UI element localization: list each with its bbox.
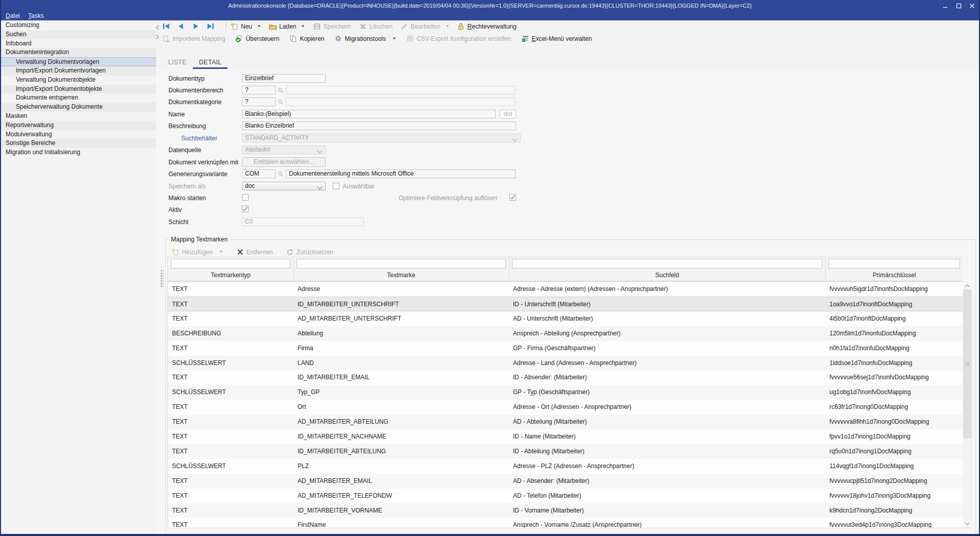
close-button[interactable] [969, 3, 975, 9]
migrationstools-button[interactable]: Migrationstools [334, 35, 396, 42]
sidebar-item[interactable]: Verwaltung Dokumentobjekte [1, 76, 156, 85]
filter-input-col2[interactable] [297, 259, 506, 269]
generierungsvariante-lookup-icon[interactable] [278, 171, 284, 179]
dropdown-caret-icon[interactable] [219, 251, 223, 253]
label: Rechteverwaltung [468, 23, 517, 30]
table-row[interactable]: BESCHREIBUNGAbteilungAnsprech - Abteilun… [168, 326, 963, 341]
zuruecksetzen-button[interactable]: Zurücksetzen [286, 248, 333, 256]
speichern_als-select[interactable]: doc [242, 182, 326, 190]
sidebar-item[interactable]: Dokumentenintegration [1, 48, 156, 57]
rechteverwaltung-button[interactable]: Rechteverwaltung [457, 22, 517, 30]
kopieren-button[interactable]: Kopieren [289, 35, 324, 42]
table-row[interactable]: SCHLÜSSELWERTLANDAdresse - Land (Adresse… [168, 356, 963, 371]
makro_starten-checkbox[interactable] [242, 194, 249, 201]
filter-input-col3[interactable] [512, 259, 822, 269]
hinzufuegen-button[interactable]: Hinzufügen [172, 248, 223, 256]
cell: rq5u0n1d7inong1DocMapping [825, 444, 963, 459]
sidebar-item[interactable]: Verwaltung Dokumentvorlagen [1, 57, 156, 66]
sidebar-item[interactable]: Modulverwaltung [1, 130, 156, 139]
table-row[interactable]: TEXTAD_MITARBEITER_ABTEILUNGAD - Abteilu… [168, 415, 963, 429]
nav-next-button[interactable] [192, 23, 200, 30]
sidebar-collapse-left-icon[interactable] [156, 25, 162, 32]
filter-input-col4[interactable] [828, 259, 960, 269]
bearbeiten-button[interactable]: Bearbeiten [401, 22, 449, 30]
sidebar-item[interactable]: Import/Export Dokumentvorlagen [1, 66, 156, 76]
dokumentenbereich-lookup-icon[interactable] [278, 87, 284, 95]
cell: TEXT [168, 474, 293, 489]
sidebar-item[interactable]: Migration und Initialisierung [1, 148, 156, 157]
sidebar-item[interactable]: Suchen [1, 30, 156, 39]
scroll-down-button[interactable] [963, 519, 972, 528]
sidebar-item[interactable]: Reportverwaltung [1, 121, 156, 130]
laden-button[interactable]: Laden [269, 22, 305, 30]
column-header-3[interactable]: Suchfeld [509, 270, 825, 281]
table-row[interactable]: TEXTAD_MITARBEITER_UNTERSCHRIFTAD - Unte… [168, 311, 963, 326]
dokumentkategorie-input[interactable]: ? [242, 98, 276, 106]
table-scrollbar[interactable] [963, 281, 972, 528]
entfernen-button[interactable]: Entfernen [236, 248, 273, 256]
menu-item-tasks[interactable]: Tasks [26, 11, 46, 20]
table-row[interactable]: TEXTAD_MITARBEITER_TELEFONDWAD - Telefon… [168, 489, 963, 503]
excel-menu-button[interactable]: Excel-Menü verwalten [522, 35, 592, 42]
table-row[interactable]: TEXTID_MITARBEITER_NACHNAMEID - Name (Mi… [168, 429, 963, 444]
table-row[interactable]: TEXTOrtAdresse - Ort (Adressen - Ansprec… [168, 400, 963, 415]
dropdown-caret-icon[interactable] [446, 25, 449, 28]
cell: rc63fr1d7inong0DocMapping [825, 400, 963, 415]
dokumentkategorie-lookup-icon[interactable] [278, 99, 284, 107]
column-header-4[interactable]: Primärschlüssel [825, 270, 963, 281]
table-row[interactable]: TEXTFirmaGP - Firma (Geschäftspartner)n0… [168, 341, 963, 356]
makro_starten-right-checkbox[interactable] [509, 194, 516, 201]
filter-input-col1[interactable] [171, 259, 290, 269]
nav-last-button[interactable] [207, 23, 214, 30]
maximize-button[interactable] [956, 3, 962, 9]
beschreibung-input[interactable]: Blanko Einzelbrief [242, 121, 516, 130]
scroll-thumb[interactable] [963, 289, 971, 438]
column-header-1[interactable]: Textmarkentyp [168, 270, 293, 281]
name-input[interactable]: Blanko (Beispiel) [242, 110, 496, 118]
dokumentenbereich-input[interactable]: ? [242, 86, 276, 94]
importiere-mapping-button[interactable]: Importiere Mapping [162, 35, 225, 42]
datenquelle-select[interactable]: #default# [242, 145, 326, 154]
uebersteuern-button[interactable]: Übersteuern [235, 35, 279, 42]
tab-liste[interactable]: LISTE [162, 56, 193, 69]
tab-detail[interactable]: DETAIL [193, 56, 228, 69]
table-row[interactable]: TEXTAdresseAdresse - Adresse (extern) (A… [168, 282, 963, 297]
table-row[interactable]: TEXTID_MITARBEITER_VORNAMEID - Vorname (… [168, 503, 963, 518]
dropdown-caret-icon[interactable] [257, 25, 261, 28]
sidebar-item[interactable]: Import/Export Dokumentobjekte [1, 85, 156, 94]
generierungsvariante-description-box: Dokumentenerstellung mittels Microsoft O… [286, 169, 516, 178]
sidebar-item[interactable]: Customizing [1, 21, 156, 30]
speichern_als-checkbox[interactable] [333, 183, 339, 189]
table-row[interactable]: SCHLÜSSELWERTTyp_GPGP - Typ (Geschäftspa… [168, 385, 963, 400]
neu-button[interactable]: Neu [231, 22, 261, 30]
table-row[interactable]: SCHLÜSSELWERTPLZAdresse - PLZ (Adressen … [168, 459, 963, 474]
table-row[interactable]: TEXTID_MITARBEITER_UNTERSCHRIFTID - Unte… [168, 297, 963, 311]
nav-prev-button[interactable] [177, 23, 185, 30]
table-row[interactable]: TEXTAD_MITARBEITER_EMAILAD - Absender: (… [168, 474, 963, 489]
table-row[interactable]: TEXTFirstNameAnsprech - Vorname /Zusatz … [168, 518, 963, 528]
aktiv-checkbox[interactable] [242, 206, 249, 212]
speichern-button[interactable]: Speichern [313, 22, 351, 30]
dropdown-caret-icon[interactable] [301, 25, 305, 28]
sidebar-item[interactable]: Sonstige Bereiche [1, 139, 156, 148]
loeschen-button[interactable]: Löschen [359, 22, 392, 30]
table-row[interactable]: TEXTID_MITARBEITER_ABTEILUNGID - Abteilu… [168, 444, 963, 459]
scroll-up-button[interactable] [963, 281, 972, 290]
minimize-button[interactable] [943, 3, 948, 9]
csv-export-button[interactable]: CSV-Export Konfiguration erstellen [406, 35, 511, 42]
suchbehaelter-select[interactable]: STANDARD_ACTIVITY [242, 134, 521, 142]
sidebar-item[interactable]: Masken [1, 112, 156, 121]
cell: fvvvvvuh5igdr1d7inonfsDocMapping [825, 282, 963, 297]
dropdown-caret-icon[interactable] [393, 37, 396, 40]
dokumenttyp-input[interactable]: Einzelbrief [242, 74, 326, 83]
column-header-2[interactable]: Textmarke [293, 270, 509, 281]
splitter-handle[interactable] [160, 270, 163, 288]
sidebar-item[interactable]: Dokumente entsperren [1, 93, 156, 103]
generierungsvariante-input[interactable]: COM [242, 169, 276, 178]
nav-first-button[interactable] [162, 23, 170, 30]
sidebar-item[interactable]: Infoboard [1, 39, 156, 48]
menu-item-datei[interactable]: Datei [3, 11, 22, 20]
sidebar-item[interactable]: Speicherverwaltung Dokumente [1, 103, 156, 112]
sidebar-expand-right-icon[interactable] [156, 34, 162, 41]
table-row[interactable]: TEXTID_MITARBEITER_EMAILID - Absender: (… [168, 370, 963, 385]
